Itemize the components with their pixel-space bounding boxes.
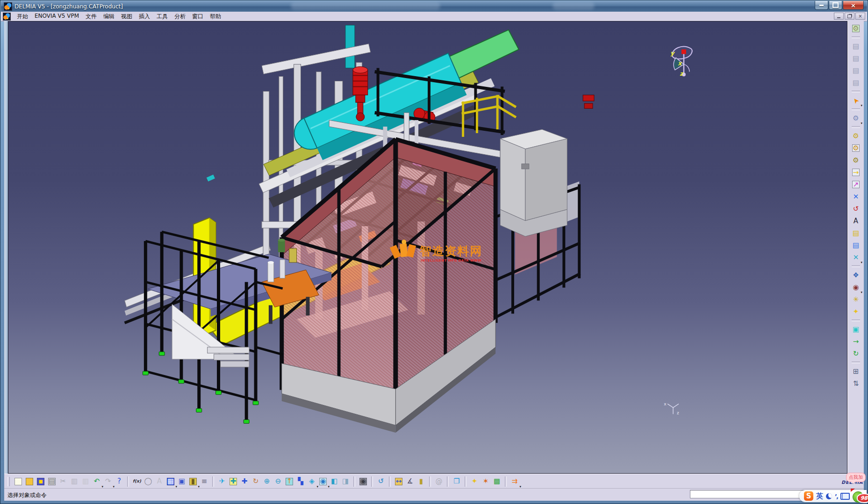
language-toggle[interactable]: 英 bbox=[816, 492, 823, 501]
document-export-icon[interactable]: → bbox=[850, 167, 861, 178]
3d-scene[interactable]: 智造资料网 INTELLIGENT MFG DATA WWW y x z bbox=[8, 21, 847, 473]
card-blue-icon[interactable]: ▤ bbox=[850, 240, 861, 251]
align-cube-icon[interactable]: ⇅ bbox=[850, 378, 861, 389]
swap-visible-space-icon[interactable]: ◨ bbox=[340, 476, 351, 487]
3d-viewport[interactable]: 智造资料网 INTELLIGENT MFG DATA WWW y x z bbox=[8, 21, 847, 474]
new-highlight-icon[interactable]: ✦ bbox=[850, 306, 861, 317]
gear-process-icon[interactable]: ⚙ bbox=[850, 155, 861, 166]
pan-icon[interactable]: ✚ bbox=[239, 476, 250, 487]
resource-tree-icon[interactable]: ▤ bbox=[850, 77, 861, 88]
new-document-icon[interactable] bbox=[13, 476, 24, 487]
screenshot-camera-icon[interactable]: ◉ bbox=[358, 476, 369, 487]
gear-ball-icon[interactable]: ◉▾ bbox=[850, 282, 861, 293]
select-arrow-icon[interactable]: ➤▾ bbox=[850, 95, 861, 106]
fly-mode-icon[interactable]: ✈ bbox=[216, 476, 228, 487]
mascot-bubble[interactable]: 点我加 bbox=[846, 473, 866, 482]
mdi-close-button[interactable]: × bbox=[855, 13, 865, 20]
menu-window[interactable]: 窗口 bbox=[189, 12, 207, 21]
measure-item-icon[interactable]: ∡ bbox=[404, 476, 416, 487]
assistant-mascot[interactable]: 98 bbox=[853, 490, 865, 502]
save-view-refresh-icon[interactable]: ↻ bbox=[850, 348, 861, 359]
deactivate-node-icon[interactable]: ✕ bbox=[850, 191, 861, 202]
measure-between-icon[interactable]: ↔ bbox=[393, 476, 404, 487]
process-tree-icon[interactable]: ▤ bbox=[850, 65, 861, 76]
multi-view-icon[interactable]: ▚ bbox=[295, 476, 306, 487]
snap-cube-icon[interactable]: ⊞ bbox=[850, 366, 861, 377]
aero-glass-reflection bbox=[291, 2, 440, 10]
knowledge-lock-icon[interactable]: ▮▾ bbox=[187, 476, 199, 487]
card-yellow-icon[interactable]: ▤ bbox=[850, 227, 861, 239]
design-table-icon[interactable]: ▦▾ bbox=[165, 476, 176, 487]
undo-icon[interactable]: ↶▾ bbox=[91, 476, 102, 487]
macro-cursor-icon[interactable]: ⚙▾ bbox=[850, 113, 861, 124]
toolbar-separator bbox=[127, 476, 129, 487]
whats-this-icon[interactable]: ? bbox=[114, 476, 125, 487]
menu-view[interactable]: 视图 bbox=[118, 12, 136, 21]
measure-inertia-icon[interactable]: ▮ bbox=[416, 476, 427, 487]
hide-show-icon[interactable]: ◧ bbox=[329, 476, 340, 487]
print-icon[interactable]: ▤ bbox=[46, 476, 57, 487]
sogou-logo-icon[interactable]: S bbox=[804, 491, 813, 501]
process-list-icon[interactable]: ▤ bbox=[850, 53, 861, 64]
toolbar-grip[interactable] bbox=[7, 477, 10, 486]
explode-arrows-icon[interactable]: ✳ bbox=[850, 294, 861, 305]
compass-manipulation-handle[interactable] bbox=[681, 50, 686, 54]
apply-material-icon[interactable]: ▩ bbox=[491, 476, 502, 487]
render-environment-icon[interactable]: ✶ bbox=[480, 476, 491, 487]
zoom-in-icon[interactable]: ⊕ bbox=[261, 476, 273, 487]
mdi-minimize-button[interactable] bbox=[834, 13, 844, 20]
update-settings-icon[interactable]: ⚙ bbox=[850, 23, 861, 34]
copy-icon[interactable]: ▥ bbox=[69, 476, 80, 487]
turntable-icon[interactable]: ↺ bbox=[375, 476, 387, 487]
menu-insert[interactable]: 插入 bbox=[136, 12, 153, 21]
menu-file[interactable]: 文件 bbox=[82, 12, 100, 21]
ime-toolbar[interactable]: S 英 ’, 98 bbox=[799, 490, 867, 502]
catalog-browser-icon[interactable]: ❒ bbox=[451, 476, 462, 487]
cut-icon[interactable]: ✂ bbox=[57, 476, 69, 487]
redo-icon[interactable]: ↷▾ bbox=[102, 476, 114, 487]
tree-structure-icon[interactable]: ▣ bbox=[176, 476, 187, 487]
save-view-next-icon[interactable]: → bbox=[850, 336, 861, 347]
function-xn-icon[interactable]: ✕▾ bbox=[850, 252, 861, 263]
simulation-mouse-icon[interactable]: ❖ bbox=[850, 270, 861, 281]
menu-tools[interactable]: 工具 bbox=[153, 12, 171, 21]
gray-container-box bbox=[500, 129, 567, 236]
close-button[interactable]: × bbox=[843, 1, 864, 10]
gear-document-icon[interactable]: ⚙ bbox=[850, 142, 861, 154]
menu-enovia[interactable]: ENOVIA V5 VPM bbox=[31, 12, 82, 21]
save-view-cyan-icon[interactable]: ▣ bbox=[850, 324, 861, 335]
save-icon[interactable]: ▪ bbox=[35, 476, 46, 487]
zoom-out-icon[interactable]: ⊖ bbox=[273, 476, 284, 487]
standard-toolbar: ▪▤✂▥▥↶▾↷▾?f(x)◯A▦▾▣▮▾≡✈✚✚↻⊕⊖↑▚◈▾◉▾◧◨◉↺↔∡… bbox=[4, 474, 864, 489]
normal-view-icon[interactable]: ↑ bbox=[284, 476, 295, 487]
fit-all-in-icon[interactable]: ✚ bbox=[228, 476, 239, 487]
mdi-restore-button[interactable] bbox=[845, 13, 854, 20]
iso-view-icon[interactable]: ◈▾ bbox=[306, 476, 317, 487]
text-with-leader-icon[interactable]: A bbox=[850, 215, 861, 227]
title-bar[interactable]: DELMIA V5 - [zongzhuang.CATProduct] × bbox=[1, 1, 867, 12]
paste-icon[interactable]: ▥ bbox=[80, 476, 91, 487]
text-note-disabled-icon[interactable]: A bbox=[154, 476, 165, 487]
menu-edit[interactable]: 编辑 bbox=[100, 12, 118, 21]
parameters-list-icon[interactable]: ≡ bbox=[199, 476, 210, 487]
grid-options-icon[interactable]: ⇉▾ bbox=[509, 476, 520, 487]
powercopy-instantiate-icon[interactable]: ✦ bbox=[469, 476, 480, 487]
minimize-button[interactable] bbox=[815, 1, 828, 10]
punctuation-toggle[interactable]: ’, bbox=[835, 493, 838, 500]
formula-icon[interactable]: f(x) bbox=[131, 476, 143, 487]
menu-help[interactable]: 帮助 bbox=[207, 12, 224, 21]
night-mode-icon[interactable] bbox=[826, 493, 832, 499]
document-measure-icon[interactable]: ↗ bbox=[850, 179, 861, 190]
rotate-icon[interactable]: ↻ bbox=[250, 476, 261, 487]
virtual-keyboard-icon[interactable] bbox=[840, 493, 850, 500]
smart-update-icon[interactable]: ⚙ bbox=[850, 130, 861, 142]
menu-analyze[interactable]: 分析 bbox=[171, 12, 189, 21]
annotation-icon[interactable]: ◯ bbox=[143, 476, 154, 487]
tree-reorder-icon[interactable]: ↺ bbox=[850, 203, 861, 214]
open-icon[interactable] bbox=[24, 476, 35, 487]
refresh-disabled-icon[interactable]: @ bbox=[433, 476, 445, 487]
product-structure-icon[interactable]: ▤ bbox=[850, 41, 861, 52]
render-style-icon[interactable]: ◉▾ bbox=[317, 476, 329, 487]
menu-start[interactable]: 开始 bbox=[14, 12, 31, 21]
maximize-restore-button[interactable] bbox=[829, 1, 842, 10]
